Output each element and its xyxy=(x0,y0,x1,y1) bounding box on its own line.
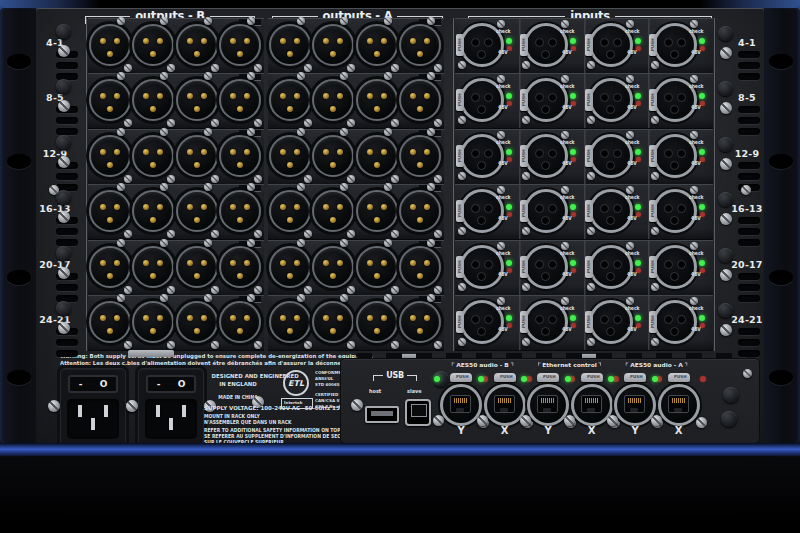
push-latch[interactable]: PUSH xyxy=(520,311,528,333)
xlr-male-output-connector[interactable] xyxy=(89,190,131,232)
xlr-male-output-connector[interactable] xyxy=(176,246,218,288)
push-latch[interactable]: PUSH xyxy=(520,89,528,111)
xlr-male-output-connector[interactable] xyxy=(399,79,441,121)
push-latch[interactable]: PUSH xyxy=(520,256,528,278)
xlr-male-output-connector[interactable] xyxy=(219,79,261,121)
xlr-male-output-connector[interactable] xyxy=(399,135,441,177)
xlr-male-output-connector[interactable] xyxy=(312,24,354,66)
xlr-male-output-connector[interactable] xyxy=(219,24,261,66)
push-latch[interactable]: PUSH xyxy=(649,311,657,333)
xlr-male-output-connector[interactable] xyxy=(219,190,261,232)
xlr-male-output-connector[interactable] xyxy=(132,190,174,232)
iec-power-socket[interactable] xyxy=(145,399,197,439)
xlr-male-output-connector[interactable] xyxy=(356,24,398,66)
screw-icon xyxy=(561,75,569,83)
xlr-male-output-connector[interactable] xyxy=(176,79,218,121)
xlr-male-output-connector[interactable] xyxy=(269,24,311,66)
xlr-male-output-connector[interactable] xyxy=(176,24,218,66)
ethercon-port[interactable] xyxy=(658,384,700,426)
push-latch[interactable]: PUSH xyxy=(456,89,464,111)
push-latch[interactable]: PUSH xyxy=(520,145,528,167)
xlr-male-output-connector[interactable] xyxy=(132,301,174,343)
xlr-male-output-connector[interactable] xyxy=(399,246,441,288)
push-latch[interactable]: PUSH xyxy=(585,34,593,56)
xlr-male-output-connector[interactable] xyxy=(89,79,131,121)
xlr-male-output-connector[interactable] xyxy=(312,190,354,232)
xlr-male-output-connector[interactable] xyxy=(269,79,311,121)
xlr-male-output-connector[interactable] xyxy=(89,246,131,288)
push-latch[interactable]: PUSH xyxy=(520,34,528,56)
push-latch[interactable]: PUSH xyxy=(456,145,464,167)
push-latch[interactable]: PUSH xyxy=(585,89,593,111)
usb-host-port[interactable] xyxy=(365,406,399,423)
xlr-male-output-connector[interactable] xyxy=(269,301,311,343)
xlr-male-output-connector[interactable] xyxy=(269,135,311,177)
ethercon-port[interactable] xyxy=(614,384,656,426)
push-latch[interactable]: PUSH xyxy=(456,34,464,56)
xlr-male-output-connector[interactable] xyxy=(132,135,174,177)
power-switch[interactable]: - O xyxy=(68,375,118,393)
push-latch[interactable]: PUSH xyxy=(520,200,528,222)
xlr-male-output-connector[interactable] xyxy=(356,301,398,343)
xlr-male-output-connector[interactable] xyxy=(356,79,398,121)
xlr-male-output-connector[interactable] xyxy=(89,24,131,66)
push-latch[interactable]: PUSH xyxy=(450,373,472,382)
port-letter: Y xyxy=(451,425,471,436)
push-latch[interactable]: PUSH xyxy=(668,373,690,382)
xlr-pin xyxy=(201,149,207,155)
push-latch[interactable]: PUSH xyxy=(649,200,657,222)
push-latch[interactable]: PUSH xyxy=(537,373,559,382)
screw-icon xyxy=(124,286,132,294)
designed-line-1: DESIGNED AND ENGINEERED xyxy=(212,373,265,379)
xlr-male-output-connector[interactable] xyxy=(132,79,174,121)
xlr-male-output-connector[interactable] xyxy=(399,301,441,343)
xlr-socket-hole xyxy=(670,327,679,336)
xlr-male-output-connector[interactable] xyxy=(89,135,131,177)
xlr-male-output-connector[interactable] xyxy=(312,135,354,177)
push-latch[interactable]: PUSH xyxy=(585,311,593,333)
xlr-male-output-connector[interactable] xyxy=(399,190,441,232)
ethercon-port[interactable] xyxy=(527,384,569,426)
push-latch[interactable]: PUSH xyxy=(649,256,657,278)
iec-power-socket[interactable] xyxy=(67,399,119,439)
power-switch[interactable]: - O xyxy=(146,375,196,393)
xlr-male-output-connector[interactable] xyxy=(219,301,261,343)
xlr-pin xyxy=(417,106,423,112)
xlr-male-output-connector[interactable] xyxy=(356,190,398,232)
xlr-male-output-connector[interactable] xyxy=(356,246,398,288)
screw-icon xyxy=(497,186,505,194)
push-latch[interactable]: PUSH xyxy=(649,145,657,167)
push-latch[interactable]: PUSH xyxy=(456,200,464,222)
xlr-male-output-connector[interactable] xyxy=(132,246,174,288)
xlr-male-output-connector[interactable] xyxy=(219,246,261,288)
push-latch[interactable]: PUSH xyxy=(456,256,464,278)
xlr-male-output-connector[interactable] xyxy=(176,190,218,232)
xlr-male-output-connector[interactable] xyxy=(219,135,261,177)
ethercon-port[interactable] xyxy=(440,384,482,426)
output-module-b xyxy=(88,73,264,129)
screw-icon xyxy=(561,297,569,305)
push-latch[interactable]: PUSH xyxy=(585,256,593,278)
push-latch[interactable]: PUSH xyxy=(585,200,593,222)
push-latch[interactable]: PUSH xyxy=(581,373,603,382)
usb-slave-port[interactable] xyxy=(405,399,431,426)
screw-icon xyxy=(167,175,175,183)
xlr-male-output-connector[interactable] xyxy=(176,301,218,343)
screw-icon xyxy=(204,17,212,25)
xlr-male-output-connector[interactable] xyxy=(269,246,311,288)
xlr-male-output-connector[interactable] xyxy=(356,135,398,177)
push-latch[interactable]: PUSH xyxy=(649,89,657,111)
xlr-male-output-connector[interactable] xyxy=(312,301,354,343)
push-latch[interactable]: PUSH xyxy=(624,373,646,382)
push-latch[interactable]: PUSH xyxy=(456,311,464,333)
xlr-male-output-connector[interactable] xyxy=(132,24,174,66)
push-latch[interactable]: PUSH xyxy=(649,34,657,56)
push-latch[interactable]: PUSH xyxy=(585,145,593,167)
xlr-male-output-connector[interactable] xyxy=(312,79,354,121)
xlr-male-output-connector[interactable] xyxy=(269,190,311,232)
xlr-male-output-connector[interactable] xyxy=(312,246,354,288)
xlr-male-output-connector[interactable] xyxy=(176,135,218,177)
xlr-male-output-connector[interactable] xyxy=(89,301,131,343)
push-latch[interactable]: PUSH xyxy=(494,373,516,382)
xlr-male-output-connector[interactable] xyxy=(399,24,441,66)
